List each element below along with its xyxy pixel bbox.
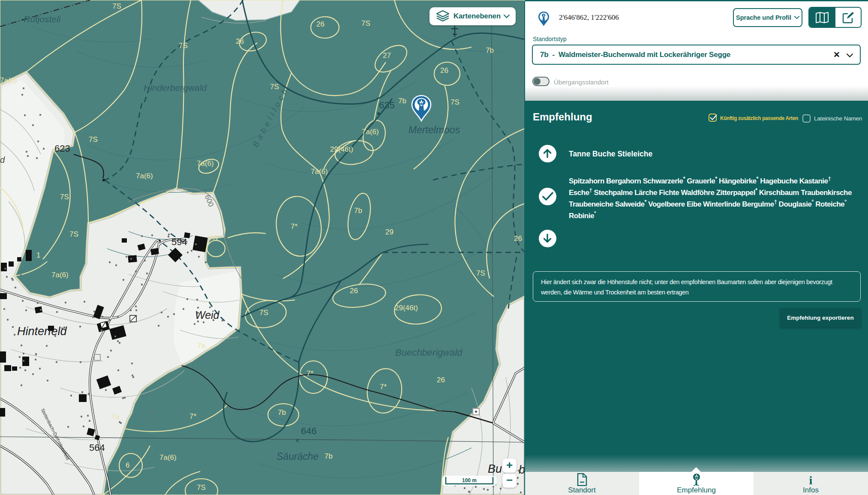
svg-text:7S: 7S: [476, 269, 485, 277]
svg-text:27: 27: [383, 51, 391, 60]
svg-text:7S: 7S: [60, 193, 69, 201]
svg-text:7a(6): 7a(6): [311, 168, 328, 176]
svg-text:Buechberigwald: Buechberigwald: [395, 347, 463, 358]
svg-text:7S: 7S: [209, 234, 218, 242]
svg-text:d: d: [0, 155, 5, 165]
svg-text:29: 29: [385, 228, 393, 236]
svg-text:7b: 7b: [398, 97, 406, 105]
svg-text:7S: 7S: [69, 230, 78, 238]
svg-text:7b: 7b: [354, 207, 362, 215]
svg-text:7S: 7S: [259, 309, 268, 317]
svg-text:7b: 7b: [324, 452, 333, 460]
svg-text:7S: 7S: [89, 135, 98, 144]
svg-text:7S: 7S: [451, 98, 460, 106]
svg-text:7a(6): 7a(6): [159, 453, 177, 462]
svg-text:26: 26: [316, 20, 324, 28]
svg-text:7a(6): 7a(6): [362, 128, 379, 136]
svg-text:594: 594: [171, 237, 187, 247]
svg-text:Mertelmoos: Mertelmoos: [408, 124, 460, 135]
svg-text:7S: 7S: [112, 2, 121, 10]
svg-text:29(46t): 29(46t): [330, 145, 353, 153]
svg-text:7*: 7*: [380, 383, 387, 391]
svg-text:Rütjosteli: Rütjosteli: [24, 14, 61, 24]
svg-text:26: 26: [236, 37, 244, 45]
svg-text:7b: 7b: [486, 46, 494, 54]
svg-text:7a: 7a: [197, 342, 205, 350]
svg-text:26: 26: [350, 287, 358, 295]
svg-text:7a(6): 7a(6): [136, 172, 153, 180]
svg-text:7S: 7S: [270, 83, 279, 91]
svg-text:26: 26: [437, 376, 445, 384]
svg-text:7*: 7*: [189, 412, 196, 420]
svg-text:1: 1: [36, 251, 40, 259]
svg-text:7b: 7b: [278, 408, 286, 417]
svg-text:Hinterfeld: Hinterfeld: [17, 325, 67, 338]
svg-text:6: 6: [126, 461, 129, 469]
svg-text:7a: 7a: [111, 413, 120, 421]
svg-text:623: 623: [54, 143, 70, 154]
svg-text:7a(6): 7a(6): [197, 159, 214, 168]
svg-text:29(46t): 29(46t): [395, 304, 418, 312]
svg-text:7S: 7S: [197, 483, 206, 492]
svg-text:Säuräche: Säuräche: [276, 451, 318, 462]
svg-text:646: 646: [301, 426, 317, 436]
svg-text:7S: 7S: [361, 19, 370, 27]
svg-text:×: ×: [295, 436, 300, 445]
svg-text:7a(6): 7a(6): [0, 76, 17, 84]
svg-text:564: 564: [89, 442, 105, 453]
svg-text:7a(6): 7a(6): [51, 271, 69, 279]
svg-text:26: 26: [440, 66, 448, 75]
svg-text:b: b: [519, 463, 525, 476]
svg-text:Bu: Bu: [488, 462, 502, 475]
svg-text:Hinderbergwald: Hinderbergwald: [144, 83, 207, 93]
svg-text:7*: 7*: [291, 222, 297, 231]
svg-text:7S: 7S: [179, 42, 188, 50]
svg-text:Weid: Weid: [195, 309, 220, 321]
svg-text:26: 26: [514, 234, 522, 243]
svg-text:7*: 7*: [306, 369, 313, 378]
svg-text:635: 635: [379, 100, 395, 111]
